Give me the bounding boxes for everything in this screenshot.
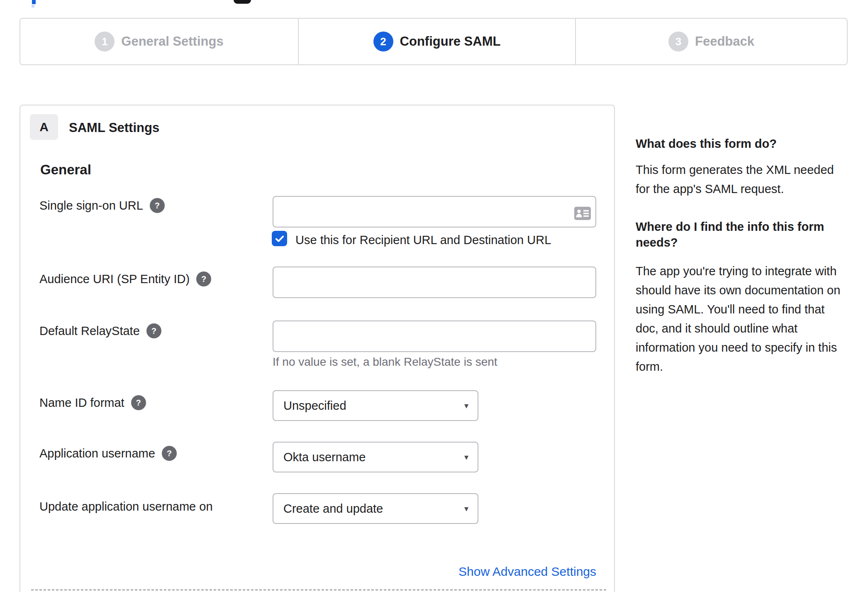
sidebar-heading-what: What does this form do? (636, 136, 845, 152)
cutoff-blue-logo-fragment-faint (32, 5, 34, 7)
update-app-username-field-row: Update application username on (39, 498, 213, 515)
step-feedback[interactable]: 3 Feedback (576, 19, 847, 64)
cutoff-blue-logo-fragment (32, 0, 36, 4)
step-3-number-badge: 3 (668, 32, 688, 51)
name-id-format-selected-value: Unspecified (283, 399, 346, 413)
application-username-selected-value: Okta username (283, 450, 366, 464)
advanced-link-row: Show Advanced Settings (273, 565, 596, 579)
step-general-settings[interactable]: 1 General Settings (20, 19, 298, 64)
step-2-number-badge: 2 (373, 32, 393, 51)
sso-url-label: Single sign-on URL (39, 199, 143, 213)
name-id-format-select[interactable]: Unspecified ▾ (273, 390, 478, 421)
default-relaystate-input[interactable] (273, 320, 596, 352)
update-app-username-label: Update application username on (39, 500, 213, 514)
wizard-stepper: 1 General Settings 2 Configure SAML 3 Fe… (20, 18, 848, 65)
default-relaystate-help-icon[interactable]: ? (146, 323, 161, 338)
step-configure-saml[interactable]: 2 Configure SAML (298, 19, 576, 64)
chevron-down-icon: ▾ (464, 453, 468, 461)
sso-url-input[interactable] (273, 196, 596, 228)
sidebar-paragraph-where: The app you're trying to integrate with … (636, 262, 845, 376)
audience-uri-field-row: Audience URI (SP Entity ID) ? (39, 271, 211, 287)
default-relaystate-field-row: Default RelayState ? (39, 323, 161, 339)
sso-url-field-row: Single sign-on URL ? (39, 197, 165, 214)
relaystate-hint: If no value is set, a blank RelayState i… (273, 355, 497, 369)
application-username-field-row: Application username ? (39, 445, 177, 462)
sidebar-heading-where: Where do I find the info this form needs… (636, 219, 845, 250)
step-1-label: General Settings (121, 34, 223, 49)
audience-uri-label: Audience URI (SP Entity ID) (39, 272, 190, 286)
default-relaystate-label: Default RelayState (39, 324, 140, 338)
contact-card-icon (574, 207, 591, 220)
application-username-help-icon[interactable]: ? (162, 446, 177, 461)
show-advanced-settings-link[interactable]: Show Advanced Settings (458, 565, 596, 578)
use-for-recipient-checkbox[interactable] (272, 231, 287, 246)
update-app-username-select[interactable]: Create and update ▾ (273, 493, 478, 524)
general-section-title: General (40, 162, 91, 178)
name-id-format-label: Name ID format (39, 396, 124, 410)
application-username-label: Application username (39, 447, 155, 460)
use-for-recipient-checkbox-label: Use this for Recipient URL and Destinati… (295, 233, 551, 247)
checkmark-icon (274, 233, 285, 244)
section-a-badge: A (30, 114, 58, 140)
audience-uri-help-icon[interactable]: ? (196, 272, 211, 286)
section-dashed-divider (31, 590, 606, 590)
panel-title: SAML Settings (69, 120, 159, 135)
sso-url-help-icon[interactable]: ? (150, 198, 165, 213)
step-3-label: Feedback (695, 34, 754, 49)
chevron-down-icon: ▾ (464, 401, 468, 410)
sidebar-paragraph-what: This form generates the XML needed for t… (636, 160, 845, 198)
step-1-number-badge: 1 (95, 32, 115, 51)
name-id-format-help-icon[interactable]: ? (131, 395, 146, 410)
page: { "colors": { "accent_blue": "#1662dd", … (0, 0, 868, 592)
application-username-select[interactable]: Okta username ▾ (273, 442, 478, 472)
chevron-down-icon: ▾ (464, 504, 468, 513)
update-app-username-selected-value: Create and update (283, 502, 383, 516)
audience-uri-input[interactable] (273, 267, 596, 298)
step-2-label: Configure SAML (400, 34, 501, 49)
name-id-format-field-row: Name ID format ? (39, 394, 146, 411)
cutoff-dark-icon-fragment (234, 0, 251, 4)
